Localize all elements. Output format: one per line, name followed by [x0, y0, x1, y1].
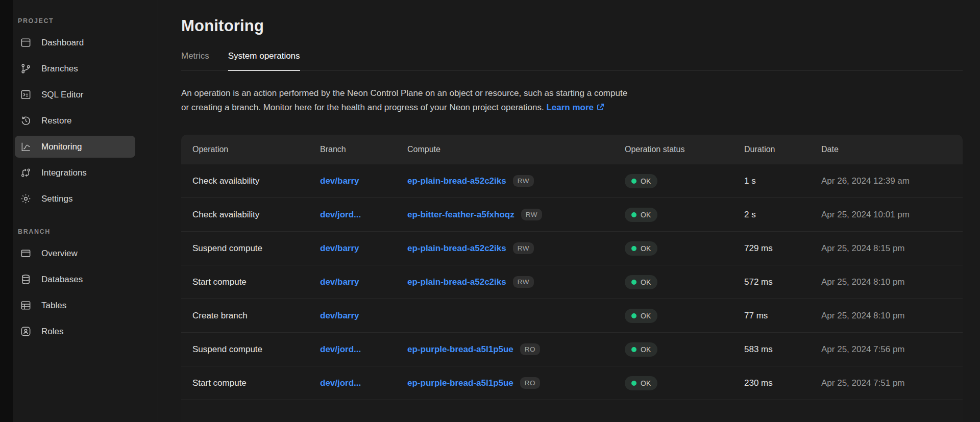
sidebar-item-restore[interactable]: Restore — [15, 110, 135, 132]
status-label: OK — [641, 177, 651, 185]
sidebar-item-dashboard[interactable]: Dashboard — [15, 32, 135, 54]
window-edge-rail — [0, 0, 13, 422]
tab-system-operations[interactable]: System operations — [228, 51, 300, 71]
tab-metrics[interactable]: Metrics — [181, 51, 209, 70]
sidebar-item-tables[interactable]: Tables — [15, 294, 135, 316]
date-cell: Apr 26, 2024 12:39 am — [821, 176, 963, 186]
column-header-branch: Branch — [320, 145, 407, 154]
branch-link[interactable]: dev/barry — [320, 277, 359, 287]
sidebar-item-label: Roles — [41, 327, 63, 337]
sidebar-item-roles[interactable]: Roles — [15, 320, 135, 342]
sql-editor-icon — [20, 89, 32, 101]
compute-type-badge: RW — [521, 209, 542, 220]
roles-icon — [20, 326, 32, 337]
compute-type-badge: RO — [520, 343, 540, 355]
branch-link[interactable]: dev/jord... — [320, 378, 361, 388]
sidebar-item-label: Tables — [41, 301, 66, 311]
restore-icon — [20, 115, 32, 127]
main-content: Monitoring Metrics System operations An … — [158, 0, 980, 422]
learn-more-link[interactable]: Learn more — [546, 103, 594, 112]
column-header-date: Date — [821, 145, 963, 154]
branch-link[interactable]: dev/barry — [320, 176, 359, 186]
duration-cell: 583 ms — [744, 344, 821, 355]
operations-table: Operation Branch Compute Operation statu… — [181, 135, 963, 422]
compute-type-badge: RW — [513, 242, 534, 254]
compute-link[interactable]: ep-purple-bread-a5l1p5ue — [407, 378, 513, 388]
sidebar-item-label: Dashboard — [41, 38, 84, 48]
description-line2: or creating a branch. Monitor here for t… — [181, 103, 544, 112]
date-cell: Apr 25, 2024 7:51 pm — [821, 378, 963, 388]
compute-link[interactable]: ep-plain-bread-a52c2iks — [407, 243, 506, 254]
table-row: Check availability dev/barry ep-plain-br… — [181, 164, 963, 197]
duration-cell: 572 ms — [744, 277, 821, 287]
databases-icon — [20, 274, 32, 285]
table-row: Start compute dev/barry ep-plain-bread-a… — [181, 265, 963, 299]
sidebar-item-integrations[interactable]: Integrations — [15, 162, 135, 184]
table-row-partial — [181, 400, 963, 422]
branch-link[interactable]: dev/barry — [320, 243, 359, 253]
operation-cell: Create branch — [192, 311, 320, 321]
sidebar-item-overview[interactable]: Overview — [15, 242, 135, 264]
status-ok-dot — [631, 381, 636, 386]
branch-link[interactable]: dev/jord... — [320, 344, 361, 354]
tables-icon — [20, 300, 32, 311]
compute-link[interactable]: ep-bitter-feather-a5fxhoqz — [407, 210, 514, 220]
duration-cell: 230 ms — [744, 378, 821, 388]
duration-cell: 77 ms — [744, 311, 821, 321]
monitoring-icon — [20, 141, 32, 153]
date-cell: Apr 25, 2024 10:01 pm — [821, 210, 963, 220]
compute-link[interactable]: ep-plain-bread-a52c2iks — [407, 176, 506, 186]
compute-type-badge: RO — [520, 377, 540, 389]
column-header-operation-status: Operation status — [625, 145, 744, 154]
sidebar-item-sql-editor[interactable]: SQL Editor — [15, 84, 135, 106]
table-row: Suspend compute dev/jord... ep-purple-br… — [181, 332, 963, 366]
sidebar-item-monitoring[interactable]: Monitoring — [15, 136, 135, 158]
table-header-row: Operation Branch Compute Operation statu… — [181, 135, 963, 164]
operation-cell: Start compute — [192, 378, 320, 388]
date-cell: Apr 25, 2024 8:10 pm — [821, 277, 963, 287]
operations-description: An operation is an action performed by t… — [181, 86, 799, 114]
settings-icon — [20, 193, 32, 205]
compute-link[interactable]: ep-plain-bread-a52c2iks — [407, 277, 506, 287]
sidebar-item-branches[interactable]: Branches — [15, 58, 135, 80]
sidebar-item-label: Branches — [41, 64, 78, 74]
overview-icon — [20, 247, 32, 259]
sidebar-item-databases[interactable]: Databases — [15, 268, 135, 290]
sidebar-item-settings[interactable]: Settings — [15, 188, 135, 210]
column-header-compute: Compute — [407, 145, 625, 154]
status-badge: OK — [625, 208, 657, 222]
sidebar-item-label: Databases — [41, 275, 83, 285]
column-header-operation: Operation — [192, 145, 320, 154]
status-badge: OK — [625, 309, 657, 323]
status-label: OK — [641, 278, 651, 286]
branch-link[interactable]: dev/barry — [320, 311, 359, 320]
status-badge: OK — [625, 342, 657, 357]
branches-icon — [20, 63, 32, 75]
status-ok-dot — [631, 246, 636, 251]
sidebar-section-branch-label: BRANCH — [13, 228, 158, 242]
compute-type-badge: RW — [513, 175, 534, 187]
status-badge: OK — [625, 174, 657, 188]
tab-bar: Metrics System operations — [181, 51, 963, 71]
page-title: Monitoring — [181, 17, 963, 35]
status-label: OK — [641, 244, 651, 253]
status-label: OK — [641, 312, 651, 320]
status-ok-dot — [631, 347, 636, 352]
compute-link[interactable]: ep-purple-bread-a5l1p5ue — [407, 344, 513, 355]
operation-cell: Check availability — [192, 210, 320, 220]
status-ok-dot — [631, 280, 636, 285]
dashboard-icon — [20, 37, 32, 48]
operation-cell: Suspend compute — [192, 344, 320, 355]
table-row: Suspend compute dev/barry ep-plain-bread… — [181, 231, 963, 265]
branch-link[interactable]: dev/jord... — [320, 210, 361, 219]
table-row: Start compute dev/jord... ep-purple-brea… — [181, 366, 963, 400]
table-row: Check availability dev/jord... ep-bitter… — [181, 197, 963, 231]
operation-cell: Start compute — [192, 277, 320, 287]
status-badge: OK — [625, 376, 657, 390]
status-ok-dot — [631, 212, 636, 217]
sidebar-section-project-label: PROJECT — [13, 17, 158, 32]
duration-cell: 1 s — [744, 176, 821, 186]
integrations-icon — [20, 167, 32, 179]
status-ok-dot — [631, 179, 636, 184]
date-cell: Apr 25, 2024 7:56 pm — [821, 344, 963, 355]
